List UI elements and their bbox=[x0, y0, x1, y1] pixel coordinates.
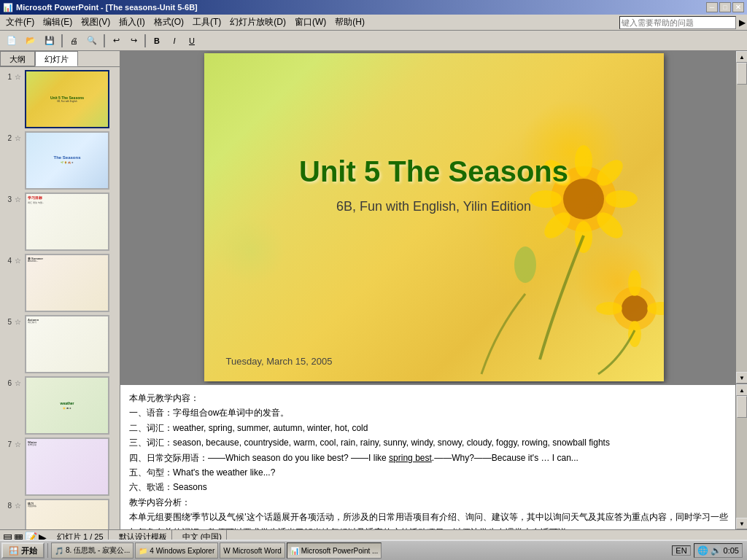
left-panel: 大纲 幻灯片 1 ☆ Unit 5 The Seasons 6B, Fun wi… bbox=[0, 51, 120, 529]
thumb-text-4: 春 Summer Activities... bbox=[26, 255, 108, 265]
clock: 0:05 bbox=[724, 546, 739, 555]
open-button[interactable]: 📂 bbox=[22, 33, 39, 49]
slides-tab[interactable]: 幻灯片 bbox=[35, 51, 78, 66]
menu-file[interactable]: 文件(F) bbox=[1, 15, 39, 30]
thumb-text-3: 学习目标 词汇 语法 句型... bbox=[26, 194, 108, 206]
ppt-label: Microsoft PowerPoint ... bbox=[301, 547, 379, 555]
ppt-icon-task: 📊 bbox=[290, 547, 299, 555]
scroll-thumb[interactable] bbox=[737, 63, 747, 85]
thumb-text-7: Winter 冬季活动 bbox=[26, 439, 108, 448]
preview-button[interactable]: 🔍 bbox=[83, 33, 101, 49]
toolbar-sep-1 bbox=[61, 34, 63, 47]
volume-icon: 🔊 bbox=[711, 545, 721, 556]
scroll-down-button[interactable]: ▼ bbox=[736, 372, 747, 384]
slide-thumb-3[interactable]: 3 ☆ 学习目标 词汇 语法 句型... bbox=[3, 192, 117, 251]
explorer-label: 4 Windows Explorer bbox=[150, 547, 214, 555]
slide-image-1[interactable]: Unit 5 The Seasons 6B, Fun with English bbox=[25, 70, 109, 128]
notes-scroll-thumb[interactable] bbox=[737, 396, 747, 418]
slide-image-6[interactable]: weather ☀️ 🌧 ❄ bbox=[25, 376, 109, 435]
notes-scroll-down[interactable]: ▼ bbox=[736, 518, 747, 529]
menu-view[interactable]: 视图(V) bbox=[77, 15, 115, 30]
slide-date: Tuesday, March 15, 2005 bbox=[226, 356, 333, 367]
system-tray: 🌐 🔊 0:05 bbox=[694, 543, 743, 558]
slide-background bbox=[204, 53, 664, 381]
window-title: Microsoft PowerPoint - [The seasons-Unit… bbox=[16, 3, 198, 12]
slide-star-2: ☆ bbox=[15, 131, 22, 142]
slide-star-5: ☆ bbox=[15, 315, 22, 326]
bold-button[interactable]: B bbox=[149, 33, 165, 49]
notes-scroll-up[interactable]: ▲ bbox=[736, 384, 747, 396]
taskbar-item-explorer[interactable]: 📁 4 Windows Explorer bbox=[135, 542, 218, 559]
main-slide: Unit 5 The Seasons 6B, Fun with English,… bbox=[204, 53, 664, 381]
menu-format[interactable]: 格式(O) bbox=[150, 15, 188, 30]
menu-insert[interactable]: 插入(I) bbox=[115, 15, 149, 30]
slide-num-7: 7 bbox=[3, 438, 12, 448]
slide-num-4: 4 bbox=[3, 254, 12, 265]
taskbar-item-powerpoint[interactable]: 📊 Microsoft PowerPoint ... bbox=[287, 542, 382, 559]
minimize-button[interactable]: ─ bbox=[706, 2, 718, 12]
slide-thumb-4[interactable]: 4 ☆ 春 Summer Activities... bbox=[3, 254, 117, 312]
slide-title: Unit 5 The Seasons bbox=[299, 155, 568, 188]
slide-num-2: 2 bbox=[3, 131, 12, 142]
title-bar-left: 📊 Microsoft PowerPoint - [The seasons-Un… bbox=[3, 3, 198, 12]
menu-edit[interactable]: 编辑(E) bbox=[39, 15, 77, 30]
music-label: 8. 伍思凯 - 寂寞公... bbox=[66, 545, 130, 556]
notes-wrapper: 本单元教学内容： 一、语音：字母组合ow在单词中的发音。 二、词汇：weathe… bbox=[120, 384, 747, 529]
thumb-content-2: The Seasons 🌱 🌻 🍂 ❄ bbox=[26, 133, 108, 188]
slide-star-3: ☆ bbox=[15, 192, 22, 203]
lang-indicator[interactable]: EN bbox=[672, 545, 690, 556]
slide-image-4[interactable]: 春 Summer Activities... bbox=[25, 254, 109, 312]
print-button[interactable]: 🖨 bbox=[66, 33, 82, 49]
redo-button[interactable]: ↪ bbox=[125, 33, 142, 49]
notes-content: 本单元教学内容： 一、语音：字母组合ow在单词中的发音。 二、词汇：weathe… bbox=[129, 391, 732, 529]
italic-button[interactable]: I bbox=[166, 33, 182, 49]
slide-scrollbar: ▲ ▼ bbox=[735, 51, 747, 384]
menu-tools[interactable]: 工具(T) bbox=[188, 15, 225, 30]
undo-button[interactable]: ↩ bbox=[108, 33, 124, 49]
save-button[interactable]: 💾 bbox=[41, 33, 58, 49]
close-button[interactable]: ✕ bbox=[732, 2, 744, 12]
slide-thumb-1[interactable]: 1 ☆ Unit 5 The Seasons 6B, Fun with Engl… bbox=[3, 70, 117, 128]
music-icon: 🎵 bbox=[55, 547, 63, 555]
explorer-icon: 📁 bbox=[139, 547, 147, 555]
network-icon: 🌐 bbox=[697, 545, 708, 556]
start-button[interactable]: 🪟 开始 bbox=[1, 542, 44, 559]
start-icon: 🪟 bbox=[9, 546, 19, 556]
app-icon: 📊 bbox=[3, 3, 13, 12]
title-bar: 📊 Microsoft PowerPoint - [The seasons-Un… bbox=[0, 0, 747, 15]
slide-star-7: ☆ bbox=[15, 438, 22, 448]
menu-window[interactable]: 窗口(W) bbox=[290, 15, 330, 30]
help-go-icon[interactable]: ▶ bbox=[739, 18, 746, 28]
maximize-button[interactable]: □ bbox=[719, 2, 731, 12]
outline-tab[interactable]: 大纲 bbox=[0, 51, 35, 66]
slide-thumb-2[interactable]: 2 ☆ The Seasons 🌱 🌻 🍂 ❄ bbox=[3, 131, 117, 190]
slide-subtitle: 6B, Fun with English, Yilin Edition bbox=[336, 199, 531, 214]
slide-image-5[interactable]: Autumn 词汇练习 bbox=[25, 315, 109, 373]
menu-help[interactable]: 帮助(H) bbox=[330, 15, 369, 30]
menu-slideshow[interactable]: 幻灯片放映(D) bbox=[225, 15, 290, 30]
slide-num-8: 8 bbox=[3, 499, 12, 510]
slide-num-3: 3 bbox=[3, 192, 12, 203]
slide-star-1: ☆ bbox=[15, 70, 22, 81]
new-button[interactable]: 📄 bbox=[3, 33, 20, 49]
right-panel: Unit 5 The Seasons 6B, Fun with English,… bbox=[120, 51, 747, 529]
slide-image-7[interactable]: Winter 冬季活动 bbox=[25, 438, 109, 496]
slide-thumb-6[interactable]: 6 ☆ weather ☀️ 🌧 ❄ bbox=[3, 376, 117, 435]
slide-thumb-7[interactable]: 7 ☆ Winter 冬季活动 bbox=[3, 438, 117, 496]
slide-image-2[interactable]: The Seasons 🌱 🌻 🍂 ❄ bbox=[25, 131, 109, 190]
slide-thumb-8[interactable]: 8 ☆ 练习 巩固训练 bbox=[3, 499, 117, 529]
help-input[interactable] bbox=[619, 16, 736, 29]
underline-button[interactable]: U bbox=[184, 33, 200, 49]
slide-star-8: ☆ bbox=[15, 499, 22, 510]
slide-thumb-5[interactable]: 5 ☆ Autumn 词汇练习 bbox=[3, 315, 117, 373]
thumb-content-6: weather ☀️ 🌧 ❄ bbox=[26, 378, 108, 433]
notes-area[interactable]: 本单元教学内容： 一、语音：字母组合ow在单词中的发音。 二、词汇：weathe… bbox=[120, 384, 747, 529]
taskbar-item-word[interactable]: W Microsoft Word bbox=[220, 542, 285, 559]
slide-image-8[interactable]: 练习 巩固训练 bbox=[25, 499, 109, 529]
scroll-up-button[interactable]: ▲ bbox=[736, 51, 747, 63]
title-bar-controls: ─ □ ✕ bbox=[706, 2, 744, 12]
slide-image-3[interactable]: 学习目标 词汇 语法 句型... bbox=[25, 192, 109, 251]
slide-num-1: 1 bbox=[3, 70, 12, 81]
taskbar-item-music[interactable]: 🎵 8. 伍思凯 - 寂寞公... bbox=[51, 542, 133, 559]
slide-area: Unit 5 The Seasons 6B, Fun with English,… bbox=[120, 51, 747, 384]
